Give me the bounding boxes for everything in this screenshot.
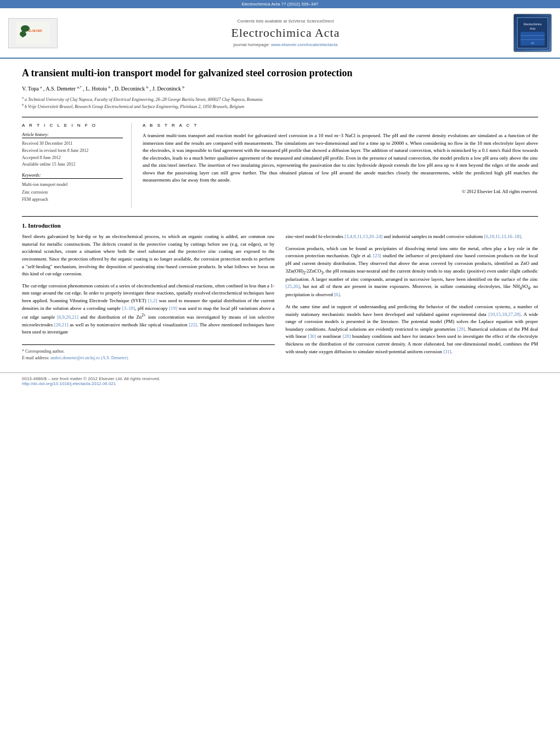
abstract-text: A transient multi-ions transport and rea… bbox=[143, 132, 538, 184]
affiliation-b: b b Vrije Universiteit Brussel, Research… bbox=[22, 103, 538, 110]
ref-19[interactable]: [19] bbox=[169, 306, 177, 311]
received-date: Received 30 December 2011 bbox=[22, 140, 123, 148]
abstract-column: A B S T R A C T A transient multi-ions t… bbox=[143, 123, 538, 208]
keyword-2: Zinc corrosion bbox=[22, 189, 123, 196]
corresponding-sup: * bbox=[80, 85, 82, 89]
page-wrapper: Electrochimica Acta 77 (2012) 339–347 EL… bbox=[0, 0, 560, 741]
affil-b2-sup: b bbox=[146, 85, 149, 89]
journal-center: Contents lists available at SciVerse Sci… bbox=[63, 19, 508, 47]
body-column-right: zinc-steel model bi-electrodes [3,4,9,11… bbox=[286, 233, 539, 361]
author-v-topa: V. Topa bbox=[22, 86, 40, 92]
intro-para-1: Steel sheets galvanized by hot-dip or by… bbox=[22, 233, 275, 278]
homepage-label: journal homepage: bbox=[234, 42, 270, 47]
affil-b3-sup: b bbox=[182, 85, 184, 89]
ref-6b[interactable]: [6] bbox=[334, 292, 340, 297]
history-label: Article history: bbox=[22, 132, 123, 138]
svg-text:ISE: ISE bbox=[531, 42, 535, 44]
author-separator4: , J. Deconinck bbox=[150, 86, 183, 92]
svg-text:ELSEVIER: ELSEVIER bbox=[29, 29, 42, 32]
journal-logo-right: Electrochimica Acta ISE bbox=[513, 14, 552, 52]
svg-text:Acta: Acta bbox=[530, 27, 535, 30]
body-columns: Steel sheets galvanized by hot-dip or by… bbox=[22, 233, 538, 361]
keyword-1: Multi-ion transport model bbox=[22, 181, 123, 189]
elsevier-logo: ELSEVIER bbox=[8, 18, 58, 48]
article-history-group: Article history: Received 30 December 20… bbox=[22, 132, 123, 168]
section-title: Introduction bbox=[28, 222, 61, 229]
introduction-section: 1. Introduction Steel sheets galvanized … bbox=[22, 222, 538, 361]
abstract-label: A B S T R A C T bbox=[143, 123, 538, 128]
ref-29[interactable]: [29] bbox=[457, 326, 465, 332]
footnote-corresponding: * Corresponding author. bbox=[22, 348, 275, 355]
article-info-label: A R T I C L E I N F O bbox=[22, 123, 123, 128]
body-column-left: Steel sheets galvanized by hot-dip or by… bbox=[22, 233, 275, 361]
affil-a-sup: a bbox=[40, 85, 42, 89]
right-para-1: zinc-steel model bi-electrodes [3,4,9,11… bbox=[286, 233, 539, 241]
sciverse-line: Contents lists available at SciVerse Sci… bbox=[63, 19, 508, 24]
journal-title: Electrochimica Acta bbox=[63, 26, 508, 40]
keywords-group: Keywords: Multi-ion transport model Zinc… bbox=[22, 173, 123, 203]
keywords-label: Keywords: bbox=[22, 173, 123, 179]
doi-link[interactable]: http://dx.doi.org/10.1016/j.electacta.20… bbox=[22, 381, 116, 386]
affil-b-sup: b bbox=[109, 85, 111, 89]
introduction-heading: 1. Introduction bbox=[22, 222, 538, 229]
revised-date: Received in revised form 8 June 2012 bbox=[22, 148, 123, 155]
svg-point-3 bbox=[20, 31, 26, 37]
accepted-date: Accepted 8 June 2012 bbox=[22, 155, 123, 162]
journal-header: ELSEVIER Contents lists available at Sci… bbox=[0, 8, 560, 59]
copyright-line: © 2012 Elsevier Ltd. All rights reserved… bbox=[143, 189, 538, 194]
author-separator3: , D. Deconinck bbox=[112, 86, 146, 92]
footnote-area: * Corresponding author. E-mail address: … bbox=[22, 344, 275, 361]
ref-31[interactable]: [31] bbox=[443, 349, 451, 354]
journal-reference-text: Electrochimica Acta 77 (2012) 339–347 bbox=[242, 2, 319, 7]
info-abstract-section: A R T I C L E I N F O Article history: R… bbox=[22, 117, 538, 208]
ref-6-10-11[interactable]: [6,10,11,13,16–18] bbox=[484, 234, 521, 239]
ref-6-9-20-21[interactable]: [6,9,20,21] bbox=[57, 314, 78, 320]
ref-3-4-9[interactable]: [3,4,9,11,13,20–24] bbox=[344, 234, 382, 239]
doi-line: http://dx.doi.org/10.1016/j.electacta.20… bbox=[22, 381, 538, 386]
intro-para-2: The cut-edge corrosion phenomenon consis… bbox=[22, 282, 275, 336]
article-title: A transient multi-ion transport model fo… bbox=[22, 67, 538, 80]
journal-reference-band: Electrochimica Acta 77 (2012) 339–347 bbox=[0, 0, 560, 8]
available-date: Available online 15 June 2012 bbox=[22, 161, 123, 168]
article-info-column: A R T I C L E I N F O Article history: R… bbox=[22, 123, 132, 208]
journal-homepage: journal homepage: www.elsevier.com/locat… bbox=[63, 42, 508, 47]
article-content: A transient multi-ion transport model fo… bbox=[0, 59, 560, 372]
authors-line: V. Topa a , A.S. Demeter a,* , L. Hotoiu… bbox=[22, 85, 538, 92]
ref-28[interactable]: [28] bbox=[343, 333, 351, 339]
issn-line: 0013-4686/$ – see front matter © 2012 El… bbox=[22, 376, 538, 381]
svg-text:Electrochimica: Electrochimica bbox=[524, 22, 542, 26]
ref-3-18[interactable]: [3–18] bbox=[122, 306, 135, 311]
ref-10-15-18[interactable]: [10,15,18,27,28] bbox=[488, 312, 521, 317]
author-separator1: , A.S. Demeter bbox=[43, 86, 77, 92]
section-divider bbox=[22, 216, 538, 217]
homepage-url: www.elsevier.com/locate/electacta bbox=[271, 42, 337, 47]
keyword-3: FEM approach bbox=[22, 196, 123, 203]
sciverse-prefix: Contents lists available at SciVerse Sci… bbox=[237, 19, 333, 24]
ref-20-21[interactable]: [20,21] bbox=[54, 322, 69, 327]
ref-1-2[interactable]: [1,2] bbox=[148, 298, 157, 303]
ref-25-26[interactable]: [25,26] bbox=[286, 284, 300, 289]
bottom-bar: 0013-4686/$ – see front matter © 2012 El… bbox=[0, 372, 560, 389]
keywords-list: Multi-ion transport model Zinc corrosion… bbox=[22, 181, 123, 203]
right-para-2: Corrosion products, which can be found a… bbox=[286, 245, 539, 299]
section-number: 1. bbox=[22, 222, 26, 229]
journal-logo-inner: Electrochimica Acta ISE bbox=[516, 16, 549, 50]
ref-30[interactable]: [30] bbox=[308, 333, 316, 339]
ref-22[interactable]: [22] bbox=[189, 322, 197, 327]
ref-23[interactable]: [23] bbox=[373, 253, 381, 258]
footnote-email: E-mail address: andrei.demeter@et.utcluj… bbox=[22, 355, 275, 361]
right-para-3: At the same time and in support of under… bbox=[286, 303, 539, 355]
affiliation-a: a a Technical University of Cluj Napoca,… bbox=[22, 95, 538, 103]
author-separator2: , L. Hotoiu bbox=[83, 86, 108, 92]
affiliations: a a Technical University of Cluj Napoca,… bbox=[22, 95, 538, 110]
